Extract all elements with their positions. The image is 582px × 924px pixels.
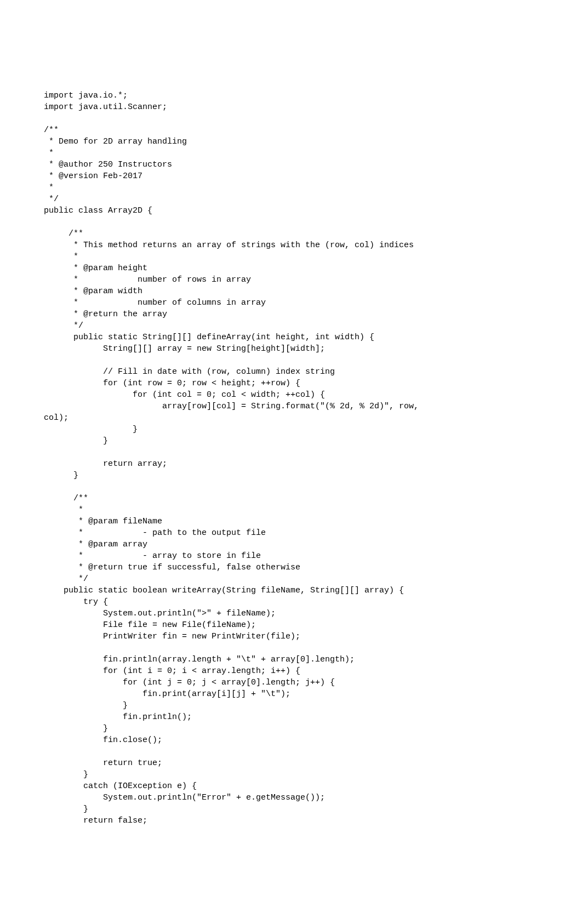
code-line: /** [44,494,88,503]
code-line: * number of columns in array [44,298,266,307]
code-line: fin.close(); [44,735,162,745]
code-line: } [44,471,78,480]
code-line: * This method returns an array of string… [44,241,414,250]
code-line: * @version Feb-2017 [44,172,142,181]
code-line: public class Array2D { [44,206,152,215]
code-line: try { [44,597,108,607]
code-line: */ [44,321,83,330]
code-line: /** [44,229,83,238]
code-line: } [44,425,138,434]
code-line: System.out.println(">" + fileName); [44,609,276,618]
code-line: /** [44,126,59,135]
code-line: public static boolean writeArray(String … [44,586,404,595]
code-line: } [44,436,108,446]
code-line: for (int j = 0; j < array[0].length; j++… [44,678,335,687]
code-line: import java.io.*; [44,91,128,100]
code-line: * @param fileName [44,517,162,526]
code-line: * @author 250 Instructors [44,160,172,169]
code-line: * @return the array [44,310,167,319]
code-line: * @return true if successful, false othe… [44,563,300,572]
code-line: catch (IOException e) { [44,782,197,791]
code-line: * - array to store in file [44,551,261,561]
code-line: */ [44,195,59,204]
code-line: String[][] array = new String[height][wi… [44,344,325,353]
code-line: System.out.println("Error" + e.getMessag… [44,793,325,802]
code-line: public static String[][] defineArray(int… [44,333,374,342]
code-line: fin.println(array.length + "\t" + array[… [44,655,355,664]
code-line: return array; [44,459,167,469]
code-line: } [44,770,88,779]
code-line: } [44,701,128,710]
code-line: array[row][col] = String.format("(% 2d, … [44,402,419,411]
code-line: * @param array [44,540,147,549]
code-line: * number of rows in array [44,275,251,284]
code-line: * @param width [44,287,142,296]
code-line: fin.println(); [44,712,192,722]
code-line: fin.print(array[i][j] + "\t"); [44,689,290,699]
code-line: * [44,183,54,192]
code-line: import java.util.Scanner; [44,102,167,112]
code-line: * @param height [44,264,147,273]
code-line: col); [44,413,69,423]
code-line: * [44,252,78,261]
code-line: for (int row = 0; row < height; ++row) { [44,379,300,388]
code-line: return false; [44,816,147,825]
code-line: * Demo for 2D array handling [44,137,187,146]
code-block: import java.io.*; import java.util.Scann… [44,90,538,826]
code-line: */ [44,574,88,584]
code-line: } [44,724,108,733]
code-line: } [44,805,88,814]
code-line: return true; [44,758,162,768]
code-line: * [44,149,54,158]
code-line: * [44,505,83,515]
code-line: for (int col = 0; col < width; ++col) { [44,390,325,400]
code-line: PrintWriter fin = new PrintWriter(file); [44,632,300,641]
code-line: // Fill in date with (row, column) index… [44,367,335,377]
code-line: * - path to the output file [44,528,266,538]
code-line: File file = new File(fileName); [44,620,256,630]
code-line: for (int i = 0; i < array.length; i++) { [44,666,300,676]
